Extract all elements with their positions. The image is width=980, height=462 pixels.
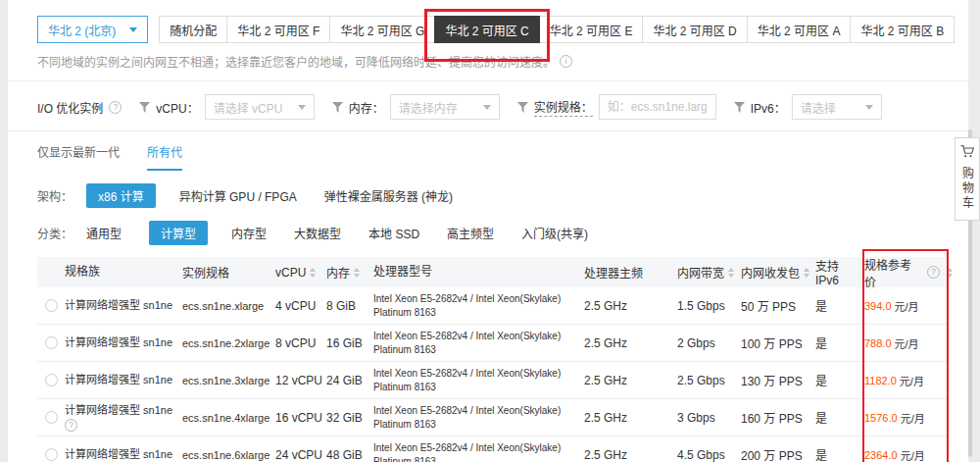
funnel-icon (139, 102, 150, 113)
radio-icon[interactable] (45, 336, 58, 349)
radio-icon[interactable] (45, 411, 58, 424)
table-row[interactable]: 计算网络增强型 sn1ne ecs.sn1ne.3xlarge 12 vCPU … (37, 362, 949, 399)
cell-pps: 130 万 PPS (741, 372, 815, 388)
tab-latest-generation[interactable]: 仅显示最新一代 (37, 143, 120, 171)
help-icon[interactable] (65, 419, 77, 432)
cell-cpu-model: Intel Xeon E5-2682v4 / Intel Xeon(Skylak… (373, 330, 584, 356)
zone-tab-e[interactable]: 华北 2 可用区 E (539, 16, 644, 43)
cat-option-localssd[interactable]: 本地 SSD (368, 225, 419, 241)
spec-filter: 实例规格： (517, 94, 716, 120)
header-spec: 实例规格 (182, 264, 275, 281)
header-cpu-model: 处理器型号 (373, 264, 584, 280)
cat-option-general[interactable]: 通用型 (86, 225, 122, 241)
cell-vcpu: 24 vCPU (275, 448, 326, 462)
region-notice: 不同地域的实例之间内网互不相通；选择靠近您客户的地域，可降低网络时延、提高您的访… (37, 53, 968, 70)
cell-cpu-freq: 2.5 GHz (584, 411, 677, 425)
ipv6-select[interactable]: 请选择 (792, 94, 882, 120)
cell-family: 计算网络增强型 sn1ne (65, 373, 182, 386)
cell-vcpu: 8 vCPU (275, 336, 326, 350)
cat-option-compute[interactable]: 计算型 (149, 221, 208, 245)
table-row[interactable]: 计算网络增强型 sn1ne ecs.sn1ne.4xlarge 16 vCPU … (37, 399, 949, 436)
header-price: 规格参考价 (864, 256, 953, 289)
region-notice-text: 不同地域的实例之间内网互不相通；选择靠近您客户的地域，可降低网络时延、提高您的访… (37, 53, 555, 70)
cell-ipv6: 是 (815, 372, 864, 388)
chevron-down-icon (483, 105, 491, 114)
cell-cpu-freq: 2.5 GHz (584, 336, 677, 350)
radio-icon[interactable] (45, 448, 58, 461)
header-bandwidth: 内网带宽 (677, 264, 741, 281)
zone-selector-row: 华北 2 (北京) 随机分配 华北 2 可用区 F 华北 2 可用区 G 华北 … (37, 16, 968, 43)
cell-cpu-model: Intel Xeon E5-2682v4 / Intel Xeon(Skylak… (373, 404, 584, 431)
memory-filter-label: 内存： (349, 99, 384, 116)
table-row[interactable]: 计算网络增强型 sn1ne ecs.sn1ne.2xlarge 8 vCPU 1… (37, 325, 949, 362)
arch-option-x86[interactable]: x86 计算 (86, 183, 156, 208)
zone-tab-a[interactable]: 华北 2 可用区 A (747, 16, 852, 43)
cell-family: 计算网络增强型 sn1ne (65, 403, 182, 432)
arch-option-baremetal[interactable]: 弹性裸金属服务器 (神龙) (324, 187, 453, 204)
cell-price: 1182.0元/月 (864, 373, 953, 388)
sort-icon[interactable] (804, 265, 809, 281)
vcpu-select[interactable]: 请选择 vCPU (205, 94, 315, 120)
arch-option-gpu-fpga[interactable]: 异构计算 GPU / FPGA (179, 187, 297, 204)
cat-option-memory[interactable]: 内存型 (231, 225, 267, 241)
help-icon[interactable] (927, 266, 940, 279)
cell-bandwidth: 4.5 Gbps (677, 448, 741, 462)
cell-pps: 160 万 PPS (741, 409, 815, 426)
architecture-row: 架构： x86 计算 异构计算 GPU / FPGA 弹性裸金属服务器 (神龙) (37, 183, 968, 208)
zone-tab-c-selected[interactable]: 华北 2 可用区 C (434, 16, 539, 43)
cell-ipv6: 是 (815, 297, 864, 314)
sort-icon[interactable] (728, 265, 734, 281)
ipv6-filter-label: IPv6： (751, 99, 786, 116)
zone-tab-b[interactable]: 华北 2 可用区 B (850, 16, 955, 43)
sort-icon[interactable] (310, 265, 316, 281)
memory-select[interactable]: 请选择内存 (390, 94, 500, 120)
cart-panel[interactable]: 购物车 (955, 137, 980, 221)
cell-memory: 16 GiB (326, 336, 373, 350)
region-select[interactable]: 华北 2 (北京) (37, 16, 148, 43)
table-row[interactable]: 计算网络增强型 sn1ne ecs.sn1ne.6xlarge 24 vCPU … (37, 436, 949, 462)
zone-tab-g[interactable]: 华北 2 可用区 G (329, 16, 435, 43)
cell-ipv6: 是 (815, 446, 864, 462)
generation-tabs: 仅显示最新一代 所有代 (37, 131, 968, 171)
io-optimized-label-group: I/O 优化实例 (37, 99, 122, 116)
spec-input[interactable] (599, 94, 716, 120)
cat-option-entry[interactable]: 入门级(共享) (521, 225, 588, 241)
cell-price: 1576.0元/月 (864, 410, 953, 426)
cell-family: 计算网络增强型 sn1ne (65, 335, 182, 349)
zone-tab-random[interactable]: 随机分配 (159, 16, 227, 43)
header-memory: 内存 (326, 264, 373, 281)
zone-tab-d[interactable]: 华北 2 可用区 D (642, 16, 747, 43)
help-icon[interactable] (109, 101, 122, 114)
instance-picker-panel: 华北 2 (北京) 随机分配 华北 2 可用区 F 华北 2 可用区 G 华北 … (8, 0, 968, 462)
cat-option-highfreq[interactable]: 高主频型 (447, 225, 494, 241)
memory-filter: 内存： 请选择内存 (332, 94, 500, 120)
sort-icon[interactable] (354, 265, 360, 281)
cell-memory: 24 GiB (326, 374, 373, 387)
category-row: 分类： 通用型 计算型 内存型 大数据型 本地 SSD 高主频型 入门级(共享) (37, 221, 968, 245)
sort-icon[interactable] (947, 265, 953, 281)
funnel-icon (517, 102, 528, 113)
row-radio-cell (37, 374, 65, 386)
category-label: 分类： (37, 225, 73, 241)
tab-all-generations[interactable]: 所有代 (147, 143, 182, 171)
header-family: 规格族 (65, 265, 182, 281)
cat-option-bigdata[interactable]: 大数据型 (294, 225, 341, 241)
io-optimized-label: I/O 优化实例 (37, 99, 103, 116)
radio-icon[interactable] (45, 299, 58, 312)
chevron-down-icon (865, 105, 873, 114)
cell-spec: ecs.sn1ne.xlarge (182, 300, 275, 312)
cart-icon (960, 145, 974, 161)
radio-icon[interactable] (45, 374, 58, 386)
cart-label: 购物车 (959, 167, 976, 211)
table-row[interactable]: 计算网络增强型 sn1ne ecs.sn1ne.xlarge 4 vCPU 8 … (37, 287, 949, 325)
cell-family: 计算网络增强型 sn1ne (65, 298, 182, 312)
header-cpu-freq: 处理器主频 (584, 264, 677, 281)
cell-bandwidth: 2 Gbps (677, 336, 741, 350)
funnel-icon (332, 102, 343, 113)
cell-cpu-model: Intel Xeon E5-2682v4 / Intel Xeon(Skylak… (373, 292, 584, 319)
cell-bandwidth: 1.5 Gbps (677, 299, 741, 313)
info-icon[interactable] (560, 55, 572, 68)
cell-cpu-model: Intel Xeon E5-2682v4 / Intel Xeon(Skylak… (373, 367, 584, 393)
section-divider (8, 80, 968, 81)
zone-tab-f[interactable]: 华北 2 可用区 F (226, 16, 330, 43)
